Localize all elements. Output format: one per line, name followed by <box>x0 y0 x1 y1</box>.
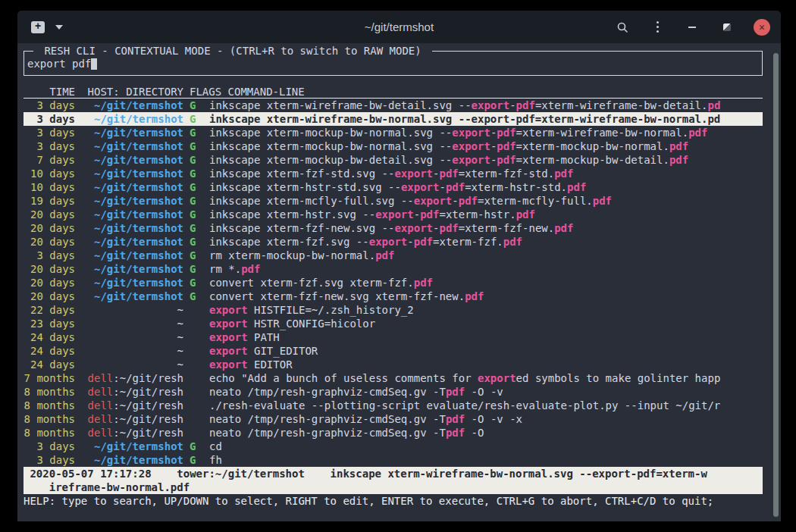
history-row[interactable]: 3 days~/git/termshotGinkscape xterm-wire… <box>24 99 763 112</box>
row-time: 20 days <box>24 208 75 221</box>
row-command: inkscape xterm-hstr-std.svg --export-pdf… <box>209 180 763 194</box>
history-row[interactable]: 10 days~/git/termshotGinkscape xterm-hst… <box>24 180 763 194</box>
row-time: 24 days <box>24 358 75 371</box>
row-command: rm xterm-mockup-bw-normal.pdf <box>209 249 763 262</box>
history-row[interactable]: 3 days~/git/termshotGinkscape xterm-mock… <box>24 139 763 153</box>
history-row-selected[interactable]: 3 days~/git/termshotGinkscape xterm-wire… <box>24 112 763 126</box>
row-host-directory: dell:~/git/resh <box>81 399 183 412</box>
row-time: 3 days <box>24 440 75 453</box>
row-command: inkscape xterm-fzf.svg --export-pdf=xter… <box>209 235 763 249</box>
history-row[interactable]: 8 monthsdell:~/git/reshneato /tmp/resh-g… <box>24 426 763 440</box>
row-host-directory: ~/git/termshot <box>81 276 183 289</box>
history-row[interactable]: 7 monthsdell:~/git/reshecho "Add a bunch… <box>24 371 763 385</box>
row-host-directory: ~/git/termshot <box>81 262 183 276</box>
row-time: 7 days <box>24 153 75 167</box>
search-input[interactable]: export pdf <box>27 57 91 70</box>
row-host-directory: ~ <box>81 317 183 330</box>
help-line: HELP: type to search, UP/DOWN to select,… <box>24 494 763 508</box>
row-host-directory: ~/git/termshot <box>81 99 183 112</box>
chevron-down-icon[interactable] <box>55 25 63 30</box>
row-time: 3 days <box>24 112 75 126</box>
row-command: convert xterm-fzf-new.svg xterm-fzf-new.… <box>209 289 763 303</box>
history-row[interactable]: 24 days~export PATH <box>24 330 763 344</box>
row-command: inkscape xterm-mcfly-full.svg --export-p… <box>209 194 763 208</box>
row-command: fh <box>209 453 763 467</box>
row-host-directory: ~/git/termshot <box>81 112 183 126</box>
scrollbar-thumb[interactable] <box>773 53 779 517</box>
row-time: 3 days <box>24 99 75 112</box>
minimize-button[interactable] <box>684 19 700 36</box>
history-row[interactable]: 20 days~/git/termshotGrm *.pdf <box>24 262 763 276</box>
restore-button[interactable] <box>719 19 735 36</box>
history-row[interactable]: 7 days~/git/termshotGinkscape xterm-mock… <box>24 153 763 167</box>
history-row[interactable]: 20 days~/git/termshotGconvert xterm-fzf-… <box>24 289 763 303</box>
row-host-directory: ~/git/termshot <box>81 221 183 235</box>
row-host-directory: ~/git/termshot <box>81 194 183 208</box>
new-tab-icon[interactable] <box>31 21 45 33</box>
history-row[interactable]: 20 days~/git/termshotGconvert xterm-fzf.… <box>24 276 763 289</box>
row-command: inkscape xterm-hstr.svg --export-pdf=xte… <box>209 208 763 221</box>
row-host-directory: ~/git/termshot <box>81 153 183 167</box>
row-flag: G <box>190 139 196 153</box>
row-command: export HISTFILE=~/.zsh_history_2 <box>209 303 763 317</box>
row-time: 3 days <box>24 126 75 139</box>
history-row[interactable]: 23 days~export HSTR_CONFIG=hicolor <box>24 317 763 330</box>
row-flag: G <box>190 153 196 167</box>
row-command: inkscape xterm-wireframe-bw-detail.svg -… <box>209 99 763 112</box>
row-host-directory: ~/git/termshot <box>81 167 183 180</box>
row-time: 23 days <box>24 317 75 330</box>
header-host-directory: HOST: DIRECTORY <box>81 85 183 99</box>
row-command: neato /tmp/resh-graphviz-cmdSeq.gv -Tpdf… <box>209 426 763 440</box>
row-time: 20 days <box>24 276 75 289</box>
row-flag: G <box>190 167 196 180</box>
row-command: convert xterm-fzf.svg xterm-fzf.pdf <box>209 276 763 289</box>
close-button[interactable]: ✕ <box>754 19 770 36</box>
history-row[interactable]: 20 days~/git/termshotGinkscape xterm-fzf… <box>24 235 763 249</box>
history-row[interactable]: 24 days~export EDITOR <box>24 358 763 371</box>
text-cursor <box>91 58 97 70</box>
row-flag: G <box>190 221 196 235</box>
row-time: 7 months <box>24 371 75 385</box>
row-time: 24 days <box>24 344 75 358</box>
search-box[interactable]: RESH CLI - CONTEXTUAL MODE - (CTRL+R to … <box>24 51 763 76</box>
history-list: 3 days~/git/termshotGinkscape xterm-wire… <box>24 99 763 467</box>
history-row[interactable]: 3 days~/git/termshotGfh <box>24 453 763 467</box>
row-host-directory: ~ <box>81 358 183 371</box>
row-host-directory: ~/git/termshot <box>81 249 183 262</box>
menu-kebab-icon[interactable] <box>649 19 666 36</box>
history-row[interactable]: 8 monthsdell:~/git/reshneato /tmp/resh-g… <box>24 385 763 399</box>
history-row[interactable]: 22 days~export HISTFILE=~/.zsh_history_2 <box>24 303 763 317</box>
history-row[interactable]: 3 days~/git/termshotGinkscape xterm-mock… <box>24 126 763 139</box>
row-flag: G <box>190 180 196 194</box>
detail-line-1: 2020-05-07 17:17:28 tower:~/git/termshot… <box>24 467 763 480</box>
terminal-content: RESH CLI - CONTEXTUAL MODE - (CTRL+R to … <box>17 51 781 521</box>
table-header: TIME HOST: DIRECTORY FLAGS COMMAND-LINE <box>24 85 763 99</box>
row-command: neato /tmp/resh-graphviz-cmdSeq.gv -Tpdf… <box>209 412 763 426</box>
row-command: inkscape xterm-fzf-new.svg --export-pdf=… <box>209 221 763 235</box>
row-host-directory: ~/git/termshot <box>81 208 183 221</box>
row-time: 8 months <box>24 426 75 440</box>
row-flag: G <box>190 249 196 262</box>
history-row[interactable]: 8 monthsdell:~/git/reshneato /tmp/resh-g… <box>24 412 763 426</box>
row-host-directory: dell:~/git/resh <box>81 426 183 440</box>
row-host-directory: ~ <box>81 303 183 317</box>
history-row[interactable]: 10 days~/git/termshotGinkscape xterm-fzf… <box>24 167 763 180</box>
search-box-title: RESH CLI - CONTEXTUAL MODE - (CTRL+R to … <box>33 44 432 58</box>
history-row[interactable]: 8 monthsdell:~/git/resh./resh-evaluate -… <box>24 399 763 412</box>
row-flag: G <box>190 235 196 249</box>
row-time: 19 days <box>24 194 75 208</box>
titlebar: ~/git/termshot ✕ <box>17 11 781 43</box>
row-flag: G <box>190 453 196 467</box>
history-row[interactable]: 19 days~/git/termshotGinkscape xterm-mcf… <box>24 194 763 208</box>
history-row[interactable]: 20 days~/git/termshotGinkscape xterm-fzf… <box>24 221 763 235</box>
history-row[interactable]: 20 days~/git/termshotGinkscape xterm-hst… <box>24 208 763 221</box>
header-flags-commandline: FLAGS COMMAND-LINE <box>190 85 763 99</box>
history-row[interactable]: 24 days~export GIT_EDITOR <box>24 344 763 358</box>
history-row[interactable]: 3 days~/git/termshotGcd <box>24 440 763 453</box>
row-time: 20 days <box>24 289 75 303</box>
detail-line-2: ireframe-bw-normal.pdf <box>24 480 763 494</box>
search-icon[interactable] <box>614 19 631 36</box>
history-row[interactable]: 3 days~/git/termshotGrm xterm-mockup-bw-… <box>24 249 763 262</box>
row-host-directory: ~ <box>81 344 183 358</box>
row-time: 8 months <box>24 412 75 426</box>
